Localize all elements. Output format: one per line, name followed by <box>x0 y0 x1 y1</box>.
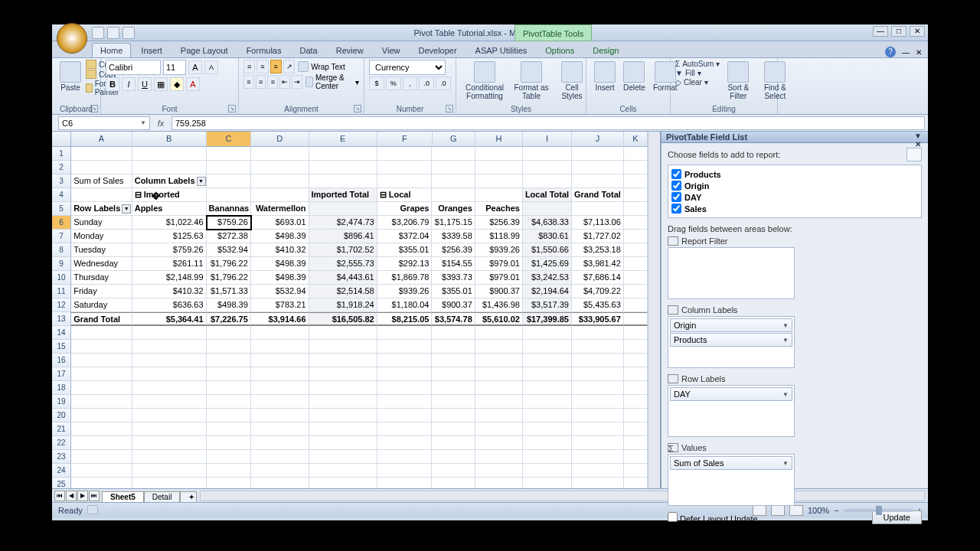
row-header[interactable]: 21 <box>52 422 71 436</box>
font-color-button[interactable]: A <box>186 77 200 91</box>
cell[interactable] <box>572 381 624 395</box>
cell[interactable] <box>309 147 377 161</box>
cell[interactable] <box>132 381 207 395</box>
cell[interactable] <box>572 202 624 216</box>
row-header[interactable]: 12 <box>52 298 71 312</box>
values-area[interactable]: Sum of Sales▼ <box>668 454 795 506</box>
cell[interactable] <box>251 340 309 354</box>
clear-button[interactable]: ◇Clear ▾ <box>675 78 720 86</box>
office-button[interactable] <box>57 23 87 54</box>
cell[interactable] <box>475 161 523 174</box>
sheet-tab-active[interactable]: Sheet5 <box>102 491 144 502</box>
cell[interactable]: $1,550.66 <box>523 243 572 257</box>
cell[interactable] <box>432 147 475 161</box>
cell[interactable]: $256.39 <box>475 216 523 230</box>
cell[interactable]: $1,571.33 <box>207 285 251 298</box>
cell[interactable] <box>572 174 624 188</box>
cell[interactable] <box>207 340 251 354</box>
italic-button[interactable]: I <box>122 77 136 91</box>
cell[interactable] <box>377 326 433 340</box>
cell[interactable] <box>207 174 251 188</box>
cell[interactable] <box>432 161 475 174</box>
tab-asap[interactable]: ASAP Utilities <box>467 43 536 57</box>
increase-decimal-button[interactable]: .0 <box>419 77 434 90</box>
cell[interactable] <box>377 409 433 422</box>
column-header-E[interactable]: E <box>309 132 377 146</box>
cell[interactable]: $16,505.82 <box>309 312 377 326</box>
cell[interactable] <box>207 409 251 422</box>
row-header[interactable]: 3 <box>52 174 71 188</box>
row-header[interactable]: 8 <box>52 243 71 257</box>
cell[interactable] <box>624 161 648 174</box>
cell[interactable] <box>309 395 377 409</box>
cell[interactable] <box>624 381 648 395</box>
cell[interactable]: $261.11 <box>132 257 207 271</box>
align-left-button[interactable]: ≡ <box>243 75 254 89</box>
delete-cells-button[interactable]: Delete <box>620 60 648 104</box>
cell[interactable] <box>207 147 251 161</box>
cell[interactable] <box>377 381 433 395</box>
font-dialog-icon[interactable]: ↘ <box>228 105 236 112</box>
cell[interactable] <box>71 188 132 202</box>
cell[interactable]: $979.01 <box>475 257 523 271</box>
cell[interactable] <box>475 395 523 409</box>
cell[interactable] <box>572 340 624 354</box>
cell[interactable] <box>309 409 377 422</box>
cell[interactable]: $5,435.63 <box>572 298 624 312</box>
cell[interactable] <box>572 478 624 488</box>
cell[interactable] <box>251 409 309 422</box>
cell[interactable] <box>207 161 251 174</box>
cell[interactable] <box>624 285 648 298</box>
cell[interactable] <box>475 478 523 488</box>
cell[interactable] <box>207 436 251 450</box>
column-header-A[interactable]: A <box>71 132 132 146</box>
cell[interactable]: $393.73 <box>432 271 475 285</box>
cell[interactable] <box>251 478 309 488</box>
cell[interactable] <box>572 367 624 381</box>
cell[interactable]: $33,905.67 <box>572 312 624 326</box>
cell[interactable] <box>132 354 207 367</box>
cell[interactable] <box>132 422 207 436</box>
cell[interactable] <box>432 464 475 478</box>
cell[interactable]: $372.04 <box>377 230 433 243</box>
cell[interactable]: Saturday <box>71 298 132 312</box>
cell[interactable]: Grand Total <box>572 188 624 202</box>
cell[interactable] <box>475 464 523 478</box>
cell[interactable] <box>309 340 377 354</box>
cell[interactable] <box>132 464 207 478</box>
cell[interactable] <box>71 354 132 367</box>
row-header[interactable]: 24 <box>52 464 71 478</box>
cell[interactable]: Apples <box>132 202 207 216</box>
cell[interactable]: $7,226.75 <box>207 312 251 326</box>
cell[interactable] <box>572 326 624 340</box>
cell[interactable]: $2,194.64 <box>523 285 572 298</box>
field-list[interactable]: ProductsOriginDAYSales <box>668 165 922 218</box>
cell[interactable] <box>132 340 207 354</box>
find-select-button[interactable]: Find & Select <box>756 60 793 104</box>
cell[interactable] <box>432 174 475 188</box>
cell[interactable] <box>523 161 572 174</box>
conditional-formatting-button[interactable]: Conditional Formatting <box>461 60 508 104</box>
column-header-I[interactable]: I <box>523 132 572 146</box>
cell[interactable]: Wednesday <box>71 257 132 271</box>
cell[interactable] <box>71 340 132 354</box>
row-header[interactable]: 15 <box>52 340 71 354</box>
tab-design[interactable]: Design <box>584 43 627 57</box>
insert-cells-button[interactable]: Insert <box>591 60 619 104</box>
cell[interactable]: Oranges <box>432 202 475 216</box>
cell[interactable]: $759.26 <box>207 216 251 230</box>
cell[interactable] <box>475 450 523 464</box>
tab-review[interactable]: Review <box>328 43 372 57</box>
format-as-table-button[interactable]: Format as Table <box>510 60 553 104</box>
vertical-scrollbar[interactable] <box>648 132 660 488</box>
cell[interactable] <box>377 422 433 436</box>
number-format-select[interactable]: Currency <box>369 60 446 75</box>
cell[interactable] <box>377 450 433 464</box>
cell[interactable] <box>624 271 648 285</box>
cell[interactable]: $410.32 <box>132 285 207 298</box>
cell[interactable] <box>624 395 648 409</box>
font-size-select[interactable] <box>163 60 186 75</box>
area-item[interactable]: Origin▼ <box>670 318 792 332</box>
cell[interactable] <box>624 354 648 367</box>
row-header[interactable]: 4 <box>52 188 71 202</box>
